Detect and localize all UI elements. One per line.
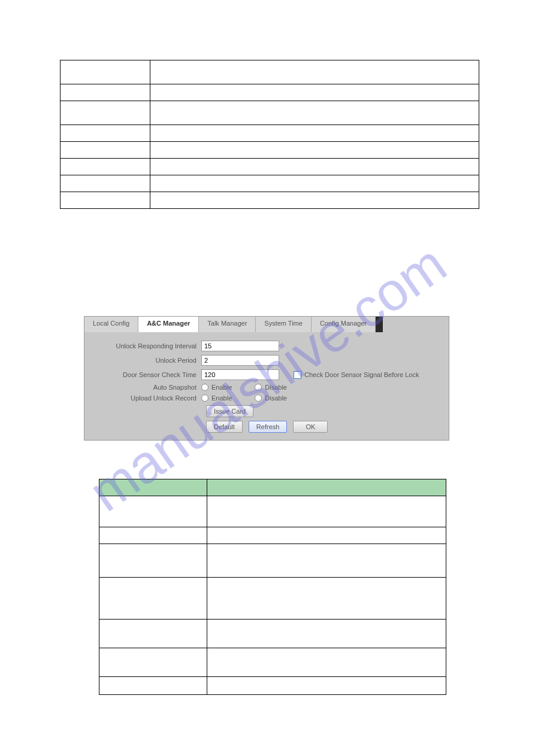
tab-system-time[interactable]: System Time [256,317,312,332]
upload-unlock-enable-radio[interactable] [201,394,208,402]
top-parameter-table [60,60,479,209]
issue-card-button[interactable]: Issue Card [206,405,253,417]
check-door-sensor-label: Check Door Sensor Signal Before Lock [304,371,419,378]
form-area: Unlock Responding Interval Unlock Period… [84,332,449,440]
door-sensor-check-label: Door Sensor Check Time [90,371,201,378]
tab-ac-manager[interactable]: A&C Manager [138,317,199,332]
tab-local-config[interactable]: Local Config [84,317,138,332]
upload-unlock-disable-label: Disable [265,394,287,402]
upload-unlock-disable-radio[interactable] [255,394,262,402]
ok-button[interactable]: OK [293,421,328,433]
tab-end-marker [376,317,383,332]
upload-unlock-label: Upload Unlock Record [90,394,201,402]
unlock-period-input[interactable] [201,355,279,366]
tab-config-manager[interactable]: Config Manager [312,317,376,332]
auto-snapshot-enable-label: Enable [211,384,232,391]
tab-bar: Local Config A&C Manager Talk Manager Sy… [84,317,449,332]
auto-snapshot-enable-radio[interactable] [201,384,208,391]
door-sensor-check-input[interactable] [201,369,279,380]
default-button[interactable]: Default [206,421,243,433]
auto-snapshot-disable-radio[interactable] [255,384,262,391]
bottom-parameter-table [99,479,446,695]
check-door-sensor-checkbox[interactable] [294,371,301,379]
tab-talk-manager[interactable]: Talk Manager [199,317,256,332]
config-panel: Local Config A&C Manager Talk Manager Sy… [84,316,449,441]
auto-snapshot-disable-label: Disable [265,384,287,391]
unlock-responding-interval-label: Unlock Responding Interval [90,342,201,350]
auto-snapshot-label: Auto Snapshot [90,384,201,391]
unlock-responding-interval-input[interactable] [201,341,279,351]
refresh-button[interactable]: Refresh [249,421,288,433]
upload-unlock-enable-label: Enable [211,394,232,402]
unlock-period-label: Unlock Period [90,357,201,364]
